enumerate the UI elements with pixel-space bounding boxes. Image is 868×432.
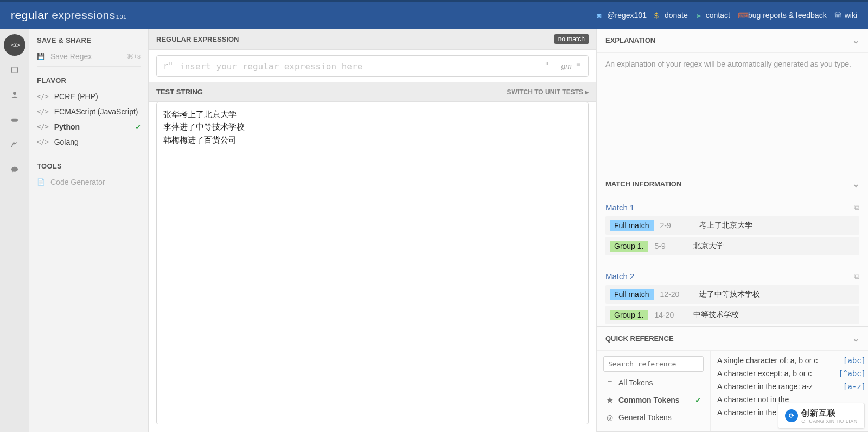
match-block: Match 2⧉Full match 12-20 进了中等技术学校Group 1… [597, 265, 868, 327]
qr-item-desc: A character in the range: a-z [717, 382, 813, 391]
qr-cat-general-tokens[interactable]: ◎ General Tokens [603, 409, 704, 426]
nav-twitter[interactable]: ◙@regex101 [597, 11, 647, 20]
nav-contact[interactable]: ➤contact [695, 11, 730, 20]
svg-text:</>: </> [11, 42, 20, 48]
codegen-icon: 📄 [37, 178, 45, 186]
match-row: Full match 2-9 考上了北京大学 [605, 216, 859, 235]
qr-item[interactable]: A character in the range: a-z [a-z] [717, 382, 866, 391]
qr-item-desc: A single character of: a, b or c [717, 356, 818, 365]
explanation-head[interactable]: EXPLANATION ⌄ [597, 29, 868, 53]
flavor-label: PCRE (PHP) [54, 92, 98, 101]
svg-rect-3 [11, 119, 18, 122]
flavor-title: FLAVOR [29, 69, 148, 89]
save-icon: 💾 [37, 53, 45, 60]
match-name: Match 1 [605, 203, 634, 212]
svg-point-2 [13, 92, 16, 95]
regex-panel-head: REGULAR EXPRESSION no match [149, 29, 596, 50]
quick-ref-head[interactable]: QUICK REFERENCE ⌄ [597, 327, 868, 351]
qr-cat-common-tokens[interactable]: ★ Common Tokens✓ [603, 391, 704, 409]
explanation-body: An explanation of your regex will be aut… [597, 53, 868, 172]
match-range: 2-9 [660, 221, 693, 230]
regex-input[interactable] [180, 61, 538, 72]
qr-item-desc: A character except: a, b or c [717, 369, 812, 378]
test-string-input[interactable]: 张华考上了北京大学 李萍进了中等技术学校 韩梅梅进了百货公司 [156, 102, 589, 424]
rail-game-icon[interactable] [4, 109, 25, 131]
match-tag: Group 1. [610, 310, 648, 320]
match-text: 北京大学 [693, 241, 724, 251]
watermark-sub: CHUANG XIN HU LIAN [801, 418, 858, 424]
nav-bugs[interactable]: ⌨bug reports & feedback [738, 11, 827, 20]
qr-cat-all-tokens[interactable]: ≡ All Tokens [603, 374, 704, 391]
explanation-title: EXPLANATION [605, 36, 655, 44]
qr-item-token: [a-z] [843, 382, 866, 391]
regex-label: REGULAR EXPRESSION [156, 35, 239, 43]
star-icon: ★ [605, 396, 614, 404]
match-title-row: Match 1⧉ [605, 203, 859, 212]
match-info-title: MATCH INFORMATION [605, 180, 681, 188]
open-external-icon[interactable]: ⧉ [854, 203, 859, 212]
match-tag: Full match [610, 220, 654, 231]
bug-icon: ⌨ [738, 11, 745, 19]
svg-rect-1 [11, 67, 17, 73]
flavor-row-golang[interactable]: </> Golang [29, 134, 148, 150]
list-icon: ≡ [605, 378, 614, 387]
watermark-cn: 创新互联 [801, 408, 858, 418]
regex-delim-left: r" [157, 61, 180, 71]
top-navbar: regular expressions101 ◙@regex101 $donat… [0, 0, 868, 29]
match-tag: Group 1. [610, 241, 648, 252]
flavor-row-python[interactable]: </> Python✓ [29, 119, 148, 134]
switch-unit-tests[interactable]: SWITCH TO UNIT TESTS ▸ [507, 88, 589, 96]
test-string-label: TEST STRING [156, 88, 203, 96]
flavor-row-ecmascript-javascript-[interactable]: </> ECMAScript (JavaScript) [29, 104, 148, 119]
twitter-icon: ◙ [597, 11, 604, 19]
regex-flags-text: gm [561, 62, 572, 70]
test-string-value: 张华考上了北京大学 李萍进了中等技术学校 韩梅梅进了百货公司 [163, 109, 245, 144]
circle-icon: ◎ [605, 413, 614, 422]
code-generator-label: Code Generator [50, 178, 105, 186]
qr-item[interactable]: A character except: a, b or c [^abc] [717, 369, 866, 378]
match-range: 12-20 [660, 290, 693, 299]
code-generator-row[interactable]: 📄 Code Generator [29, 175, 148, 190]
match-text: 考上了北京大学 [699, 221, 752, 230]
rail-account-icon[interactable] [4, 84, 25, 106]
match-tag: Full match [610, 289, 654, 300]
qr-cat-label: General Tokens [618, 413, 672, 422]
regex-input-row: r" " gm [156, 55, 589, 77]
watermark: ⟳ 创新互联 CHUANG XIN HU LIAN [778, 403, 865, 429]
quick-ref-search[interactable] [603, 356, 704, 372]
icon-rail: </> [0, 29, 29, 432]
quick-ref-categories: ≡ All Tokens★ Common Tokens✓◎ General To… [597, 351, 711, 431]
save-shortcut: ⌘+s [127, 53, 141, 60]
flavor-row-pcre-php-[interactable]: </> PCRE (PHP) [29, 89, 148, 104]
rail-library-icon[interactable] [4, 59, 25, 81]
test-panel-head: TEST STRING SWITCH TO UNIT TESTS ▸ [149, 82, 596, 102]
brand: regular expressions101 [11, 9, 127, 22]
nav-contact-label: contact [706, 11, 730, 20]
dollar-icon: $ [654, 11, 662, 19]
match-info-head[interactable]: MATCH INFORMATION ⌄ [597, 172, 868, 196]
chevron-down-icon: ⌄ [852, 179, 859, 189]
save-share-title: SAVE & SHARE [29, 29, 148, 49]
match-info-box: MATCH INFORMATION ⌄ Match 1⧉Full match 2… [597, 172, 868, 327]
nav-donate[interactable]: $donate [654, 11, 688, 20]
code-icon: </> [37, 123, 49, 131]
tools-title: TOOLS [29, 154, 148, 175]
rail-regex-icon[interactable]: </> [4, 34, 25, 56]
rail-settings-icon[interactable] [4, 134, 25, 156]
match-title-row: Match 2⧉ [605, 272, 859, 281]
qr-item[interactable]: A single character of: a, b or c [abc] [717, 356, 866, 365]
regex-flags[interactable]: gm [556, 62, 588, 70]
wiki-icon: 🏛 [834, 11, 842, 19]
rail-chat-icon[interactable] [4, 159, 25, 180]
open-external-icon[interactable]: ⧉ [854, 272, 859, 281]
nav-wiki[interactable]: 🏛wiki [834, 11, 857, 20]
save-regex-row[interactable]: 💾 Save Regex ⌘+s [29, 49, 148, 64]
send-icon: ➤ [695, 11, 703, 19]
nav-donate-label: donate [665, 11, 688, 20]
check-icon: ✓ [695, 396, 701, 404]
chevron-down-icon: ⌄ [852, 35, 859, 46]
nav-bugs-label: bug reports & feedback [748, 11, 827, 20]
brand-suffix: 101 [116, 14, 127, 20]
quick-ref-title: QUICK REFERENCE [605, 334, 674, 343]
regex-delim-right: " [538, 61, 556, 71]
